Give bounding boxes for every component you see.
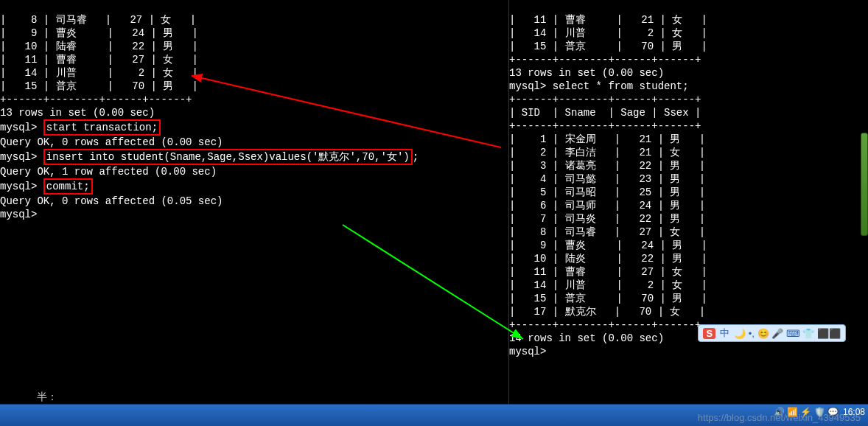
terminal-line: | 2 | 李白洁 | 21 | 女 | bbox=[509, 146, 868, 159]
half-note: 半： bbox=[37, 391, 57, 404]
terminal-line: +------+--------+------+------+ bbox=[509, 93, 868, 106]
terminal-line: +------+--------+------+------+ bbox=[509, 53, 868, 66]
terminal-line: | 10 | 陆炎 | 22 | 男 | bbox=[509, 252, 868, 265]
ime-button[interactable]: 👕 bbox=[802, 328, 814, 339]
terminal-line: mysql> bbox=[509, 345, 868, 358]
terminal-line: | 11 | 曹睿 | 21 | 女 | bbox=[509, 13, 868, 27]
terminal-line: | 5 | 司马昭 | 25 | 男 | bbox=[509, 186, 868, 199]
ime-button[interactable]: ⬛⬛ bbox=[817, 328, 841, 339]
terminal-line: | 8 | 司马睿 | 27 | 女 | bbox=[509, 226, 868, 239]
ime-logo-icon: S bbox=[703, 328, 715, 339]
terminal-line: +------+--------+------+------+ bbox=[509, 119, 868, 133]
terminal-line: | 1 | 宋金周 | 21 | 男 | bbox=[509, 133, 868, 146]
ime-button[interactable]: 😊 bbox=[757, 328, 769, 339]
highlight-box: insert into student(Sname,Sage,Ssex)valu… bbox=[43, 149, 413, 165]
ime-lang[interactable]: 中 bbox=[720, 327, 729, 340]
terminal-line: | 11 | 曹睿 | 27 | 女 | bbox=[509, 265, 868, 279]
scrollbar[interactable] bbox=[861, 133, 868, 236]
ime-button[interactable]: ⌨ bbox=[786, 328, 800, 339]
terminal-line: mysql> select * from student; bbox=[509, 80, 868, 93]
cmd-line: mysql> insert into student(Sname,Sage,Ss… bbox=[0, 149, 504, 165]
terminal-line: | 15 | 普京 | 70 | 男 | bbox=[509, 40, 868, 53]
ime-toolbar[interactable]: S 中 🌙 •, 😊 🎤 ⌨ 👕 ⬛⬛ bbox=[698, 324, 846, 342]
terminal-line: | 15 | 普京 | 70 | 男 | bbox=[509, 292, 868, 305]
terminal-line: | 9 | 曹炎 | 24 | 男 | bbox=[509, 239, 868, 252]
terminal-line: | 7 | 司马炎 | 22 | 男 | bbox=[509, 212, 868, 226]
left-terminal[interactable]: | 8 | 司马睿 | 27 | 女 || 9 | 曹炎 | 24 | 男 ||… bbox=[0, 0, 504, 426]
terminal-line: +------+--------+------+------+ bbox=[0, 93, 504, 106]
cmd-line: mysql> commit; bbox=[0, 178, 504, 195]
terminal-line: | 14 | 川普 | 2 | 女 | bbox=[0, 66, 504, 80]
terminal-line: | SID | Sname | Sage | Ssex | bbox=[509, 106, 868, 119]
watermark: https://blog.csdn.net/weixin_43949535 bbox=[698, 412, 861, 423]
terminal-line: | 8 | 司马睿 | 27 | 女 | bbox=[0, 13, 504, 27]
highlight-box: commit; bbox=[43, 178, 93, 195]
terminal-line: | 6 | 司马师 | 24 | 男 | bbox=[509, 199, 868, 212]
terminal-line: mysql> bbox=[0, 208, 504, 221]
cmd-line: mysql> start transaction; bbox=[0, 119, 504, 136]
terminal-line: Query OK, 0 rows affected (0.05 sec) bbox=[0, 195, 504, 208]
terminal-line: Query OK, 0 rows affected (0.00 sec) bbox=[0, 136, 504, 149]
ime-button[interactable]: •, bbox=[749, 328, 755, 339]
terminal-line: | 4 | 司马懿 | 23 | 男 | bbox=[509, 172, 868, 186]
terminal-line: | 15 | 普京 | 70 | 男 | bbox=[0, 80, 504, 93]
terminal-line: | 3 | 诸葛亮 | 22 | 男 | bbox=[509, 159, 868, 172]
terminal-line: | 9 | 曹炎 | 24 | 男 | bbox=[0, 27, 504, 40]
terminal-line: 13 rows in set (0.00 sec) bbox=[509, 66, 868, 80]
terminal-line: | 10 | 陆睿 | 22 | 男 | bbox=[0, 40, 504, 53]
terminal-line: | 14 | 川普 | 2 | 女 | bbox=[509, 27, 868, 40]
terminal-line: Query OK, 1 row affected (0.00 sec) bbox=[0, 165, 504, 178]
highlight-box: start transaction; bbox=[43, 119, 161, 136]
right-terminal[interactable]: | 11 | 曹睿 | 21 | 女 || 14 | 川普 | 2 | 女 ||… bbox=[508, 0, 868, 426]
ime-button[interactable]: 🎤 bbox=[771, 328, 783, 339]
terminal-line: | 11 | 曹睿 | 27 | 女 | bbox=[0, 53, 504, 66]
terminal-line: | 17 | 默克尔 | 70 | 女 | bbox=[509, 305, 868, 318]
ime-button[interactable]: 🌙 bbox=[734, 328, 746, 339]
terminal-line: | 14 | 川普 | 2 | 女 | bbox=[509, 279, 868, 292]
terminal-line: 13 rows in set (0.00 sec) bbox=[0, 106, 504, 119]
